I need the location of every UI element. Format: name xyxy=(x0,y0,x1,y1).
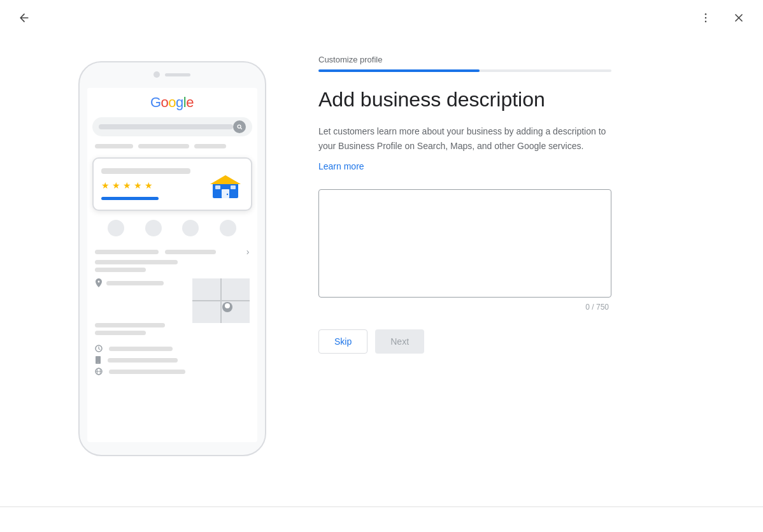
textarea-wrapper: 0 / 750 xyxy=(318,189,611,312)
more-options-button[interactable] xyxy=(694,6,717,29)
back-button[interactable] xyxy=(13,6,36,29)
progress-label: Customize profile xyxy=(318,55,712,64)
learn-more-link[interactable]: Learn more xyxy=(318,161,364,171)
description-text: Let customers learn more about your busi… xyxy=(318,124,611,153)
svg-point-0 xyxy=(705,13,707,15)
svg-point-5 xyxy=(238,125,241,128)
close-button[interactable] xyxy=(727,6,750,29)
svg-marker-8 xyxy=(210,175,241,184)
skip-button[interactable]: Skip xyxy=(318,329,367,354)
bottom-bar xyxy=(0,507,763,532)
svg-point-12 xyxy=(226,194,227,195)
progress-section: Customize profile xyxy=(318,55,712,72)
right-panel: Customize profile Add business descripti… xyxy=(318,48,712,354)
top-bar xyxy=(0,0,763,36)
progress-bar-fill xyxy=(318,69,480,72)
svg-rect-9 xyxy=(222,189,229,198)
next-button[interactable]: Next xyxy=(375,329,424,354)
svg-point-2 xyxy=(705,21,707,23)
progress-bar-container xyxy=(318,69,611,72)
phone-search-bar xyxy=(92,117,252,136)
google-logo: Google xyxy=(95,94,250,111)
buttons-row: Skip Next xyxy=(318,329,712,354)
business-card: ★ ★ ★ ★ ★ xyxy=(92,157,252,211)
page-title: Add business description xyxy=(318,87,712,111)
svg-line-6 xyxy=(240,128,241,129)
svg-point-17 xyxy=(225,303,230,308)
svg-rect-11 xyxy=(231,185,236,189)
phone-illustration: Google xyxy=(64,61,280,456)
svg-point-1 xyxy=(705,17,707,19)
char-count: 0 / 750 xyxy=(318,300,611,312)
phone-action-icons xyxy=(87,215,257,241)
description-textarea[interactable] xyxy=(318,189,611,298)
svg-rect-10 xyxy=(215,185,220,189)
